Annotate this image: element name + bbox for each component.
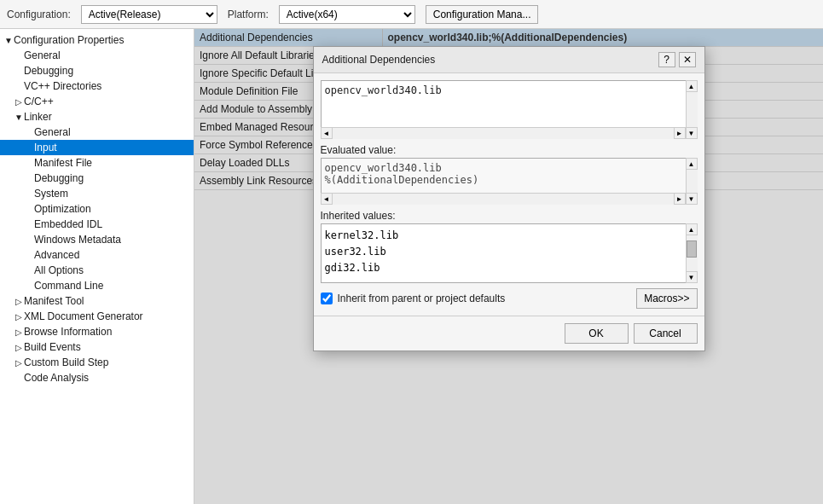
sidebar: ▼Configuration PropertiesGeneralDebuggin… (0, 29, 194, 504)
config-manager-button[interactable]: Configuration Mana... (426, 5, 539, 24)
sidebar-item-manifest-tool[interactable]: ▷Manifest Tool (0, 293, 194, 309)
inherited-scrollbar-v[interactable]: ▲ ▼ (686, 223, 698, 283)
eval-scroll-down[interactable]: ▼ (686, 193, 698, 205)
sidebar-label-linker-input: Input (34, 142, 57, 154)
sidebar-item-linker-general[interactable]: General (0, 125, 194, 140)
sidebar-label-build-events: Build Events (24, 341, 81, 353)
expand-icon-custom-build-step: ▷ (14, 358, 24, 368)
toolbar: Configuration: Active(Release) Platform:… (0, 0, 823, 29)
cancel-button[interactable]: Cancel (634, 323, 698, 344)
inherited-values-area: kernel32.libuser32.libgdi32.lib (321, 223, 698, 283)
sidebar-item-build-events[interactable]: ▷Build Events (0, 339, 194, 355)
sidebar-item-linker-input[interactable]: Input (0, 140, 194, 155)
eval-scroll-up[interactable]: ▲ (686, 158, 698, 170)
sidebar-item-linker-debugging[interactable]: Debugging (0, 171, 194, 186)
sidebar-item-linker-system[interactable]: System (0, 186, 194, 201)
ok-button[interactable]: OK (565, 323, 629, 344)
platform-select[interactable]: Active(x64) (279, 5, 415, 24)
sidebar-label-linker-optimization: Optimization (34, 203, 91, 215)
expand-icon-build-events: ▷ (14, 343, 24, 352)
config-label: Configuration: (7, 9, 71, 20)
expand-icon-cpp: ▷ (14, 97, 24, 107)
evaluated-section: Evaluated value: ▲ ▼ ◄ ► (321, 144, 698, 205)
sidebar-label-browse-info: Browse Information (24, 326, 112, 338)
main-layout: ▼Configuration PropertiesGeneralDebuggin… (0, 29, 823, 504)
platform-label: Platform: (228, 9, 269, 20)
sidebar-item-browse-info[interactable]: ▷Browse Information (0, 324, 194, 339)
scroll-down-arrow[interactable]: ▼ (686, 127, 698, 139)
sidebar-label-linker-command-line: Command Line (34, 280, 103, 292)
sidebar-item-xml-doc-gen[interactable]: ▷XML Document Generator (0, 309, 194, 324)
list-item: kernel32.lib (325, 228, 681, 244)
sidebar-item-linker-optimization[interactable]: Optimization (0, 201, 194, 217)
eval-scroll-right[interactable]: ► (674, 193, 686, 205)
sidebar-item-linker-embedded-idl[interactable]: Embedded IDL (0, 217, 194, 232)
eval-scroll-left[interactable]: ◄ (321, 193, 333, 205)
inherit-checkbox-label: Inherit from parent or project defaults (338, 293, 506, 304)
sidebar-item-linker-advanced[interactable]: Advanced (0, 247, 194, 263)
macros-button[interactable]: Macros>> (636, 288, 697, 309)
evaluated-label: Evaluated value: (321, 144, 698, 156)
sidebar-label-linker-system: System (34, 188, 68, 200)
inh-scroll-down[interactable]: ▼ (686, 271, 698, 283)
inh-scroll-thumb (687, 240, 697, 258)
sidebar-item-config-props[interactable]: ▼Configuration Properties (0, 32, 194, 48)
sidebar-item-code-analysis[interactable]: Code Analysis (0, 370, 194, 385)
expand-icon-linker: ▼ (14, 113, 24, 122)
dialog: Additional Dependencies ? ✕ ▲ ▼ (313, 46, 705, 351)
dialog-controls: ? ✕ (658, 52, 696, 67)
modal-overlay: Additional Dependencies ? ✕ ▲ ▼ (194, 29, 823, 504)
expand-icon-config-props: ▼ (3, 36, 14, 45)
scroll-left-arrow[interactable]: ◄ (321, 127, 333, 139)
expand-icon-browse-info: ▷ (14, 327, 24, 337)
list-item: user32.lib (325, 244, 681, 260)
dialog-help-button[interactable]: ? (658, 52, 675, 67)
dialog-title: Additional Dependencies (322, 54, 436, 66)
inh-scroll-up[interactable]: ▲ (686, 223, 698, 235)
sidebar-item-linker[interactable]: ▼Linker (0, 109, 194, 125)
sidebar-item-linker-all-options[interactable]: All Options (0, 263, 194, 278)
sidebar-item-custom-build-step[interactable]: ▷Custom Build Step (0, 355, 194, 370)
sidebar-label-linker-windows-meta: Windows Metadata (34, 234, 121, 246)
inherited-label: Inherited values: (321, 210, 698, 222)
sidebar-label-code-analysis: Code Analysis (24, 372, 89, 384)
sidebar-label-xml-doc-gen: XML Document Generator (24, 310, 143, 322)
inherit-checkbox-row: Inherit from parent or project defaults … (321, 288, 698, 309)
main-input-container: ▲ ▼ ◄ ► (321, 80, 698, 139)
inherited-section: Inherited values: kernel32.libuser32.lib… (321, 210, 698, 283)
dialog-body: ▲ ▼ ◄ ► Evaluated value: ▲ ▼ (314, 73, 704, 316)
expand-icon-manifest-tool: ▷ (14, 297, 24, 306)
sidebar-item-linker-windows-meta[interactable]: Windows Metadata (0, 232, 194, 247)
evaluated-scrollbar-h[interactable] (321, 193, 686, 205)
config-select[interactable]: Active(Release) (81, 5, 217, 24)
sidebar-item-debugging[interactable]: Debugging (0, 63, 194, 78)
sidebar-label-config-props: Configuration Properties (14, 34, 124, 46)
scroll-up-arrow[interactable]: ▲ (686, 80, 698, 92)
content-area: Additional Dependenciesopencv_world340.l… (194, 29, 823, 504)
sidebar-label-custom-build-step: Custom Build Step (24, 356, 108, 368)
sidebar-label-vc-dirs: VC++ Directories (24, 80, 101, 92)
expand-icon-xml-doc-gen: ▷ (14, 312, 24, 322)
sidebar-label-linker-embedded-idl: Embedded IDL (34, 218, 102, 230)
sidebar-item-cpp[interactable]: ▷C/C++ (0, 94, 194, 109)
sidebar-label-linker-general: General (34, 126, 71, 138)
sidebar-label-linker: Linker (24, 111, 52, 123)
dialog-titlebar: Additional Dependencies ? ✕ (314, 47, 704, 73)
main-scrollbar-h[interactable] (321, 127, 686, 139)
inherit-checkbox[interactable] (321, 293, 333, 304)
sidebar-label-debugging: Debugging (24, 65, 73, 77)
sidebar-item-general[interactable]: General (0, 48, 194, 63)
sidebar-label-linker-debugging: Debugging (34, 172, 84, 184)
dialog-close-button[interactable]: ✕ (679, 52, 696, 67)
sidebar-label-cpp: C/C++ (24, 96, 54, 107)
dialog-footer: OK Cancel (314, 316, 704, 350)
sidebar-label-linker-all-options: All Options (34, 264, 84, 276)
list-item: gdi32.lib (325, 260, 681, 276)
sidebar-item-linker-manifest[interactable]: Manifest File (0, 155, 194, 171)
sidebar-label-linker-manifest: Manifest File (34, 157, 92, 169)
sidebar-label-linker-advanced: Advanced (34, 249, 79, 261)
sidebar-label-general: General (24, 49, 61, 61)
sidebar-item-vc-dirs[interactable]: VC++ Directories (0, 78, 194, 94)
scroll-right-arrow[interactable]: ► (674, 127, 686, 139)
sidebar-item-linker-command-line[interactable]: Command Line (0, 278, 194, 293)
